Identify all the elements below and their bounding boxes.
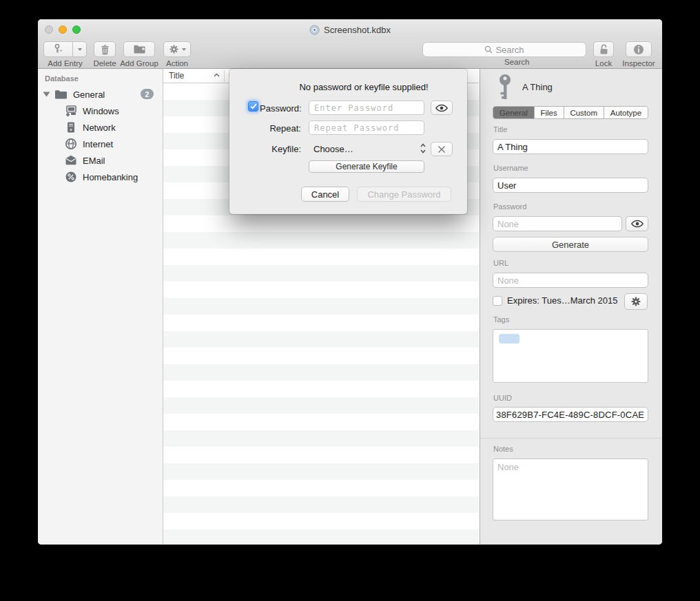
sidebar-item-label: Network [83, 123, 116, 133]
uuid-field[interactable] [493, 407, 648, 422]
title-label: Title [493, 125, 507, 134]
lock-label: Lock [595, 59, 612, 67]
keyfile-popup[interactable]: Choose… [313, 144, 353, 154]
sidebar-item-email[interactable]: EMail [38, 152, 163, 169]
windows-computer-icon [65, 105, 77, 117]
repeat-password-field[interactable] [309, 120, 424, 135]
key-icon [495, 74, 516, 101]
generate-keyfile-button[interactable]: Generate Keyfile [309, 160, 424, 173]
expires-label: Expires: Tues…March 2015 [507, 295, 617, 306]
notes-field[interactable] [493, 458, 648, 520]
section-divider [480, 438, 662, 439]
password-checkbox[interactable] [248, 101, 258, 112]
cancel-button[interactable]: Cancel [301, 187, 349, 202]
repeat-label: Repeat: [260, 123, 301, 134]
change-password-dialog: No password or keyfile supplied! Passwor… [229, 69, 467, 214]
expires-settings-button[interactable] [624, 293, 648, 310]
sidebar-item-label: General [73, 89, 105, 100]
document-icon [309, 25, 320, 35]
inspector-panel: A Thing General Files Custom Autotype Ti… [480, 69, 662, 545]
tags-field[interactable] [493, 329, 648, 383]
sidebar: Database General 2 Windows [38, 69, 163, 545]
lock-button[interactable] [593, 41, 614, 57]
sort-ascending-icon [214, 73, 220, 77]
reveal-password-button[interactable] [626, 216, 648, 231]
search-placeholder: Search [495, 45, 524, 55]
tab-general[interactable]: General [493, 107, 535, 118]
sidebar-item-general[interactable]: General 2 [38, 86, 163, 103]
column-header-title[interactable]: Title [169, 71, 184, 81]
chevron-down-icon [182, 48, 186, 51]
toolbar: Add Entry Delete [38, 40, 662, 69]
sidebar-item-windows[interactable]: Windows [38, 103, 163, 119]
column-divider[interactable] [224, 70, 225, 82]
app-window: Screenshot.kdbx Add En [38, 19, 662, 545]
entry-title: A Thing [522, 82, 553, 92]
sidebar-item-label: Internet [83, 139, 113, 149]
sidebar-item-network[interactable]: Network [38, 119, 163, 136]
add-group-label: Add Group [120, 59, 158, 67]
notes-label: Notes [493, 445, 513, 453]
percent-circle-icon [65, 171, 77, 183]
tab-files[interactable]: Files [535, 107, 564, 118]
folder-plus-icon [133, 44, 146, 54]
search-icon [484, 45, 493, 54]
add-entry-label: Add Entry [48, 59, 83, 67]
close-x-icon [438, 145, 446, 154]
sidebar-item-label: Homebanking [83, 172, 138, 182]
tags-label: Tags [493, 315, 509, 324]
sidebar-item-label: EMail [83, 156, 105, 166]
url-field[interactable] [493, 273, 648, 288]
info-icon [633, 44, 644, 55]
key-plus-icon [52, 43, 64, 55]
add-group-button[interactable] [123, 41, 155, 57]
username-label: Username [493, 164, 528, 172]
search-label: Search [504, 58, 529, 66]
titlebar: Screenshot.kdbx [38, 19, 662, 40]
action-label: Action [166, 59, 188, 67]
globe-icon [65, 138, 77, 150]
url-label: URL [493, 259, 508, 267]
uuid-label: UUID [493, 394, 512, 402]
chevron-down-icon [78, 48, 82, 51]
gear-icon [630, 296, 641, 307]
sidebar-item-internet[interactable]: Internet [38, 136, 163, 152]
disclosure-triangle-icon[interactable] [43, 92, 50, 97]
tag-token[interactable] [499, 334, 519, 344]
server-icon [65, 121, 77, 134]
window-title: Screenshot.kdbx [324, 25, 391, 35]
password-label: Password: [260, 103, 301, 114]
eye-icon [435, 104, 448, 112]
enter-password-field[interactable] [309, 101, 424, 115]
delete-button[interactable] [94, 41, 116, 57]
generate-password-button[interactable]: Generate [493, 237, 648, 252]
search-input[interactable]: Search [422, 42, 586, 57]
change-password-button[interactable]: Change Password [357, 187, 451, 202]
action-button[interactable] [163, 41, 191, 57]
inspector-label: Inspector [622, 59, 655, 67]
title-field[interactable] [493, 139, 648, 154]
dialog-message: No password or keyfile supplied! [260, 82, 467, 92]
inspector-button[interactable] [626, 41, 652, 57]
username-field[interactable] [493, 178, 648, 193]
add-entry-button[interactable] [43, 41, 87, 57]
delete-label: Delete [93, 59, 116, 67]
trash-icon [100, 44, 110, 55]
folder-icon [54, 89, 68, 101]
envelope-icon [65, 154, 77, 167]
group-count-badge: 2 [141, 89, 154, 99]
add-entry-dropdown[interactable] [72, 41, 87, 57]
password-label: Password [493, 202, 526, 211]
password-field[interactable] [493, 216, 622, 231]
tab-autotype[interactable]: Autotype [604, 107, 648, 118]
clear-keyfile-button[interactable] [431, 142, 453, 156]
gear-icon [169, 44, 179, 54]
expires-checkbox[interactable] [493, 296, 502, 306]
tab-custom[interactable]: Custom [564, 107, 604, 118]
reveal-password-button[interactable] [431, 101, 453, 115]
popup-stepper-icon[interactable] [420, 143, 426, 154]
eye-icon [631, 220, 644, 228]
sidebar-section-header: Database [45, 74, 79, 83]
padlock-open-icon [599, 43, 609, 55]
sidebar-item-homebanking[interactable]: Homebanking [38, 169, 163, 185]
